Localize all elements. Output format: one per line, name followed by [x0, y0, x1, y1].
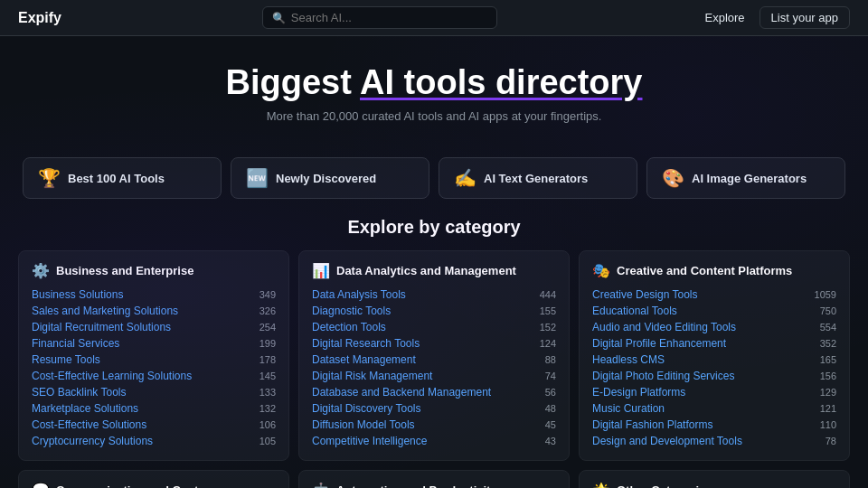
list-app-button[interactable]: List your app	[760, 6, 850, 29]
search-input[interactable]	[291, 11, 487, 24]
list-item[interactable]: Diagnostic Tools 155	[312, 303, 556, 319]
item-count: 349	[259, 289, 276, 300]
cat-header-communication: 💬 Communication and Customer	[32, 482, 276, 488]
item-count: 132	[259, 403, 276, 414]
item-count: 106	[259, 419, 276, 430]
list-item[interactable]: Financial Services 199	[32, 335, 276, 352]
item-name: Diagnostic Tools	[312, 305, 391, 317]
item-count: 155	[540, 305, 556, 316]
list-item[interactable]: Music Curation 121	[592, 400, 836, 417]
list-item[interactable]: Cost-Effective Solutions 106	[32, 417, 276, 433]
cat-card-data: 📊 Data Analytics and Management Data Ana…	[298, 250, 570, 461]
category-tabs: 🏆 Best 100 AI Tools 🆕 Newly Discovered ✍…	[0, 157, 868, 199]
item-name: Digital Profile Enhancement	[592, 337, 726, 350]
item-count: 152	[540, 322, 556, 333]
nav-actions: Explore List your app	[697, 6, 850, 29]
item-name: Financial Services	[32, 337, 119, 350]
cat-header-automation: 🤖 Automation and Productivity	[312, 482, 556, 488]
list-item[interactable]: Cryptocurrency Solutions 105	[32, 433, 276, 449]
cat-card-other: 🌟 Other Categories Health & Wellness 112…	[579, 470, 850, 488]
item-name: Headless CMS	[592, 353, 665, 366]
list-item[interactable]: Dataset Management 88	[312, 352, 556, 368]
item-count: 74	[545, 371, 556, 381]
item-count: 48	[545, 403, 556, 414]
list-item[interactable]: Digital Research Tools 124	[312, 335, 556, 352]
item-name: Educational Tools	[592, 305, 677, 317]
list-item[interactable]: Diffusion Model Tools 45	[312, 417, 556, 433]
cat-title-communication: Communication and Customer	[56, 483, 227, 488]
item-count: 88	[545, 354, 556, 365]
item-count: 110	[820, 419, 836, 430]
explore-title: Explore by category	[0, 217, 868, 238]
item-name: Digital Discovery Tools	[312, 402, 421, 415]
list-item[interactable]: Resume Tools 178	[32, 352, 276, 368]
item-name: Audio and Video Editing Tools	[592, 321, 736, 333]
tab-image[interactable]: 🎨 AI Image Generators	[646, 157, 845, 199]
item-count: 56	[545, 387, 556, 398]
item-name: Digital Photo Editing Services	[592, 370, 734, 382]
cat-title-other: Other Categories	[617, 483, 712, 488]
list-item[interactable]: Digital Recruitment Solutions 254	[32, 319, 276, 335]
list-item[interactable]: Design and Development Tools 78	[592, 433, 836, 449]
cat-title-business: Business and Enterprise	[56, 264, 193, 277]
list-item[interactable]: Sales and Marketing Solutions 326	[32, 303, 276, 319]
list-item[interactable]: Data Analysis Tools 444	[312, 286, 556, 303]
list-item[interactable]: E-Design Platforms 129	[592, 384, 836, 400]
list-item[interactable]: Cost-Effective Learning Solutions 145	[32, 368, 276, 384]
list-item[interactable]: Digital Discovery Tools 48	[312, 400, 556, 417]
item-count: 750	[820, 305, 836, 316]
list-item[interactable]: Digital Risk Management 74	[312, 368, 556, 384]
item-count: 133	[259, 387, 276, 398]
list-item[interactable]: Digital Photo Editing Services 156	[592, 368, 836, 384]
item-count: 199	[259, 338, 276, 349]
tab-newly[interactable]: 🆕 Newly Discovered	[231, 157, 429, 199]
cat-card-creative: 🎭 Creative and Content Platforms Creativ…	[579, 250, 850, 461]
list-item[interactable]: Creative Design Tools 1059	[592, 286, 836, 303]
item-name: Database and Backend Management	[312, 386, 491, 399]
item-count: 105	[259, 436, 276, 446]
hero-title-highlight: AI tools directory	[360, 63, 643, 101]
list-item[interactable]: Educational Tools 750	[592, 303, 836, 319]
item-name: Sales and Marketing Solutions	[32, 305, 178, 317]
item-count: 444	[540, 289, 556, 300]
list-item[interactable]: Database and Backend Management 56	[312, 384, 556, 400]
cat-card-business: ⚙️ Business and Enterprise Business Solu…	[18, 250, 289, 461]
hero-title-part1: Biggest	[226, 63, 361, 101]
list-item[interactable]: Marketplace Solutions 132	[32, 400, 276, 417]
list-item[interactable]: Digital Profile Enhancement 352	[592, 335, 836, 352]
list-item[interactable]: Detection Tools 152	[312, 319, 556, 335]
item-name: Digital Research Tools	[312, 337, 420, 350]
cat-header-data: 📊 Data Analytics and Management	[312, 262, 556, 279]
cat-title-creative: Creative and Content Platforms	[617, 264, 792, 277]
tab-label-image: AI Image Generators	[692, 172, 807, 185]
list-item[interactable]: Digital Fashion Platforms 110	[592, 417, 836, 433]
explore-button[interactable]: Explore	[697, 7, 751, 28]
cat-icon-automation: 🤖	[312, 482, 330, 488]
item-name: Cost-Effective Learning Solutions	[32, 370, 192, 382]
item-name: Creative Design Tools	[592, 288, 698, 301]
list-item[interactable]: Competitive Intelligence 43	[312, 433, 556, 449]
navbar: Expify 🔍 Explore List your app	[0, 0, 868, 36]
list-item[interactable]: Headless CMS 165	[592, 352, 836, 368]
tab-icon-text: ✍️	[454, 167, 476, 189]
list-item[interactable]: SEO Backlink Tools 133	[32, 384, 276, 400]
item-name: Resume Tools	[32, 353, 100, 366]
hero-section: Biggest AI tools directory More than 20,…	[0, 36, 868, 157]
tab-text[interactable]: ✍️ AI Text Generators	[439, 157, 637, 199]
item-name: Detection Tools	[312, 321, 386, 333]
item-count: 326	[259, 305, 276, 316]
cat-header-business: ⚙️ Business and Enterprise	[32, 262, 276, 279]
brand-logo: Expify	[18, 10, 61, 26]
item-name: Business Solutions	[32, 288, 123, 301]
item-count: 165	[820, 354, 836, 365]
list-item[interactable]: Business Solutions 349	[32, 286, 276, 303]
search-bar[interactable]: 🔍	[262, 6, 497, 29]
list-item[interactable]: Audio and Video Editing Tools 554	[592, 319, 836, 335]
cat-header-creative: 🎭 Creative and Content Platforms	[592, 262, 836, 279]
cat-card-automation: 🤖 Automation and Productivity AI and Cog…	[298, 470, 570, 488]
item-name: Marketplace Solutions	[32, 402, 138, 415]
tab-best100[interactable]: 🏆 Best 100 AI Tools	[23, 157, 222, 199]
item-count: 121	[820, 403, 836, 414]
cat-header-other: 🌟 Other Categories	[592, 482, 836, 488]
item-name: Diffusion Model Tools	[312, 418, 415, 431]
